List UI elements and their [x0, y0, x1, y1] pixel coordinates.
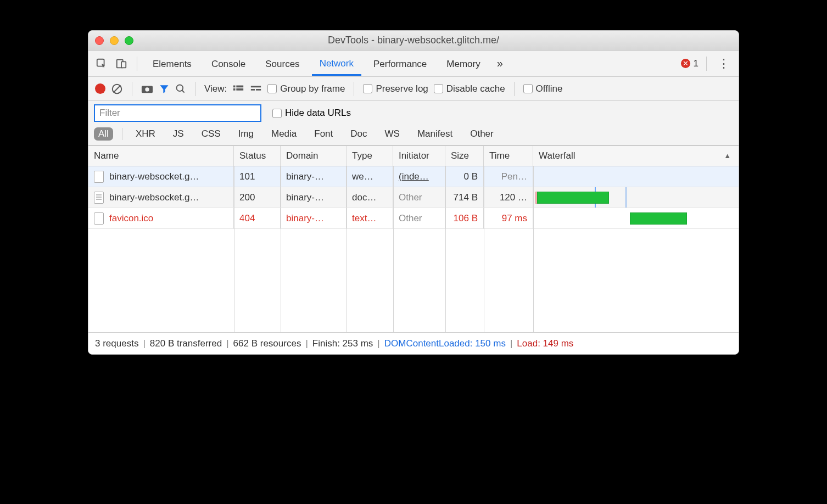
preserve-log-checkbox[interactable]: Preserve log	[363, 83, 428, 94]
table-cell: we…	[347, 166, 393, 187]
waterfall-cell	[533, 187, 739, 208]
toggle-device-icon[interactable]	[114, 56, 129, 71]
offline-checkbox[interactable]: Offline	[523, 83, 563, 94]
window-title: DevTools - binary-websocket.glitch.me/	[88, 35, 739, 46]
separator	[195, 82, 195, 96]
file-icon	[94, 192, 104, 204]
status-resources: 662 B resources	[233, 338, 301, 349]
file-icon	[94, 212, 104, 225]
status-transferred: 820 B transferred	[150, 338, 222, 349]
more-tabs-button[interactable]: »	[493, 57, 507, 70]
table-cell: 404	[234, 208, 281, 228]
svg-rect-2	[121, 61, 126, 68]
col-initiator[interactable]: Initiator	[393, 146, 445, 166]
table-cell: binary-websocket.g…	[88, 187, 234, 208]
svg-point-6	[145, 87, 149, 91]
tab-elements[interactable]: Elements	[145, 52, 199, 75]
large-rows-icon[interactable]	[232, 84, 244, 94]
tab-network[interactable]: Network	[312, 52, 361, 76]
table-cell: 120 …	[484, 187, 533, 208]
table-cell: 97 ms	[484, 208, 533, 228]
svg-line-8	[182, 90, 185, 92]
col-size[interactable]: Size	[445, 146, 484, 166]
error-icon: ✕	[681, 59, 690, 68]
table-row[interactable]: binary-websocket.g…200binary-…doc…Other7…	[88, 187, 739, 208]
table-cell: binary-websocket.g…	[88, 166, 234, 187]
separator	[122, 128, 122, 140]
file-icon	[94, 171, 104, 183]
filter-type-ws[interactable]: WS	[381, 127, 404, 141]
tab-performance[interactable]: Performance	[366, 52, 434, 75]
table-cell: 106 B	[445, 208, 484, 228]
status-finish: Finish: 253 ms	[312, 338, 373, 349]
svg-rect-15	[256, 89, 261, 91]
waterfall-bar	[630, 212, 688, 225]
filter-type-all[interactable]: All	[94, 127, 113, 141]
tab-memory[interactable]: Memory	[439, 52, 488, 75]
tab-sources[interactable]: Sources	[258, 52, 307, 75]
error-count: 1	[694, 58, 699, 69]
settings-menu-button[interactable]: ⋮	[714, 57, 733, 71]
separator	[706, 57, 707, 71]
filter-type-img[interactable]: Img	[234, 127, 258, 141]
capture-screenshots-icon[interactable]	[141, 84, 153, 94]
separator	[354, 82, 354, 96]
window-titlebar: DevTools - binary-websocket.glitch.me/	[88, 31, 739, 51]
search-icon[interactable]	[175, 83, 186, 94]
table-cell: 200	[234, 187, 281, 208]
separator	[132, 82, 132, 96]
col-name[interactable]: Name	[88, 146, 234, 166]
svg-rect-11	[233, 88, 236, 91]
table-cell: text…	[347, 208, 393, 228]
tab-console[interactable]: Console	[204, 52, 253, 75]
window-maximize-button[interactable]	[125, 36, 133, 45]
filter-input[interactable]	[94, 104, 261, 122]
svg-rect-14	[251, 89, 255, 91]
col-waterfall[interactable]: Waterfall▲	[533, 146, 739, 166]
waterfall-bar	[537, 192, 609, 204]
overview-icon[interactable]	[250, 84, 262, 94]
window-minimize-button[interactable]	[110, 36, 119, 45]
filter-type-xhr[interactable]: XHR	[131, 127, 160, 141]
group-by-frame-checkbox[interactable]: Group by frame	[267, 83, 345, 94]
filter-bar: Hide data URLs All XHR JS CSS Img Media …	[88, 101, 739, 145]
filter-type-font[interactable]: Font	[310, 127, 337, 141]
svg-line-4	[114, 85, 121, 92]
sort-indicator-icon: ▲	[724, 152, 731, 160]
status-bar: 3 requests | 820 B transferred | 662 B r…	[88, 332, 739, 354]
separator	[137, 57, 137, 71]
table-row[interactable]: favicon.ico404binary-…text…Other106 B97 …	[88, 208, 739, 229]
error-count-badge[interactable]: ✕ 1	[681, 58, 699, 69]
filter-type-manifest[interactable]: Manifest	[413, 127, 457, 141]
filter-type-css[interactable]: CSS	[197, 127, 225, 141]
col-type[interactable]: Type	[347, 146, 393, 166]
network-toolbar: View: Group by frame Preserve log Disabl…	[88, 77, 739, 101]
window-close-button[interactable]	[95, 36, 104, 45]
inspect-element-icon[interactable]	[94, 56, 109, 71]
waterfall-cell	[533, 166, 739, 187]
table-header: Name Status Domain Type Initiator Size T…	[88, 146, 739, 166]
filter-type-js[interactable]: JS	[169, 127, 188, 141]
devtools-tabbar: Elements Console Sources Network Perform…	[88, 51, 739, 77]
table-cell: binary-…	[281, 187, 347, 208]
col-status[interactable]: Status	[234, 146, 281, 166]
record-button[interactable]	[95, 83, 105, 94]
filter-icon[interactable]	[159, 83, 170, 94]
disable-cache-checkbox[interactable]: Disable cache	[434, 83, 505, 94]
svg-rect-12	[237, 88, 244, 91]
table-cell: 101	[234, 166, 281, 187]
col-time[interactable]: Time	[484, 146, 533, 166]
filter-type-media[interactable]: Media	[267, 127, 301, 141]
col-domain[interactable]: Domain	[281, 146, 347, 166]
devtools-window: DevTools - binary-websocket.glitch.me/ E…	[88, 30, 739, 355]
svg-point-7	[177, 85, 183, 91]
hide-data-urls-checkbox[interactable]: Hide data URLs	[272, 108, 351, 119]
table-cell: binary-…	[281, 208, 347, 228]
table-cell: binary-…	[281, 166, 347, 187]
requests-table: Name Status Domain Type Initiator Size T…	[88, 145, 739, 332]
table-cell: favicon.ico	[88, 208, 234, 228]
filter-type-doc[interactable]: Doc	[346, 127, 371, 141]
table-row[interactable]: binary-websocket.g…101binary-…we…(inde…0…	[88, 166, 739, 187]
filter-type-other[interactable]: Other	[466, 127, 498, 141]
clear-button[interactable]	[111, 83, 123, 95]
